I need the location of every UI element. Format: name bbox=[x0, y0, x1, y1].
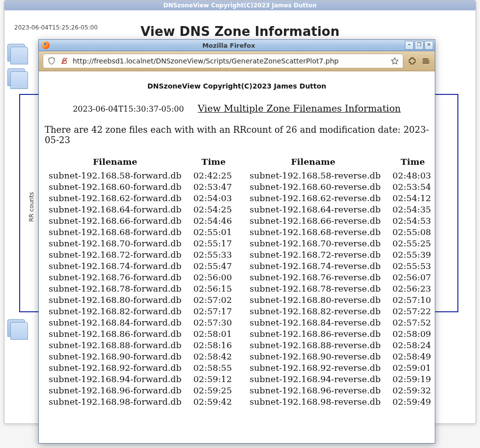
table-cell-time: 02:58:49 bbox=[386, 351, 435, 362]
table-cell-filename: subnet-192.168.86-reverse.db bbox=[241, 328, 386, 339]
table-cell-time: 02:54:03 bbox=[186, 192, 241, 204]
shield-icon[interactable] bbox=[47, 57, 56, 65]
table-row: subnet-192.168.58-forward.db02:42:25subn… bbox=[44, 170, 435, 181]
table-cell-time: 02:55:47 bbox=[186, 260, 241, 271]
table-cell-time: 02:56:00 bbox=[186, 271, 241, 283]
table-cell-filename: subnet-192.168.88-forward.db bbox=[44, 339, 186, 351]
table-cell-filename: subnet-192.168.76-reverse.db bbox=[241, 271, 386, 283]
table-cell-time: 02:58:16 bbox=[186, 339, 241, 351]
table-cell-filename: subnet-192.168.70-reverse.db bbox=[241, 238, 386, 249]
table-cell-time: 02:59:42 bbox=[186, 396, 241, 407]
table-cell-filename: subnet-192.168.92-reverse.db bbox=[241, 362, 386, 373]
url-bar[interactable]: http://freebsd1.localnet/DNSzoneView/Scr… bbox=[43, 54, 403, 68]
table-cell-filename: subnet-192.168.90-forward.db bbox=[44, 351, 186, 362]
table-cell-time: 02:59:01 bbox=[386, 362, 435, 373]
table-cell-filename: subnet-192.168.98-forward.db bbox=[44, 396, 186, 407]
table-cell-time: 02:58:42 bbox=[186, 351, 241, 362]
table-cell-filename: subnet-192.168.58-forward.db bbox=[44, 170, 186, 181]
table-row: subnet-192.168.70-forward.db02:55:17subn… bbox=[44, 238, 435, 249]
table-cell-filename: subnet-192.168.68-reverse.db bbox=[241, 226, 386, 238]
firefox-window-title: Mozilla Firefox bbox=[53, 42, 405, 49]
insecure-lock-icon[interactable] bbox=[60, 57, 69, 65]
table-cell-filename: subnet-192.168.80-forward.db bbox=[44, 294, 186, 305]
extensions-icon[interactable] bbox=[407, 56, 417, 66]
table-row: subnet-192.168.62-forward.db02:54:03subn… bbox=[44, 192, 435, 204]
table-cell-time: 02:48:03 bbox=[386, 170, 435, 181]
window-maximize-button[interactable]: ❐ bbox=[415, 41, 424, 50]
table-row: subnet-192.168.92-forward.db02:58:55subn… bbox=[44, 362, 435, 373]
table-cell-time: 02:57:17 bbox=[186, 305, 241, 317]
table-cell-filename: subnet-192.168.60-reverse.db bbox=[241, 181, 386, 192]
page-heading-link[interactable]: View Multiple Zone Filenames Information bbox=[198, 103, 400, 114]
table-header-filename: Filename bbox=[241, 156, 386, 170]
table-cell-time: 02:55:39 bbox=[386, 249, 435, 260]
table-cell-time: 02:55:01 bbox=[186, 226, 241, 238]
page-summary-text: There are 42 zone files each with with a… bbox=[45, 124, 429, 145]
table-header-time: Time bbox=[386, 156, 435, 170]
firefox-toolbar: http://freebsd1.localnet/DNSzoneView/Scr… bbox=[39, 51, 435, 71]
table-cell-time: 02:57:22 bbox=[386, 305, 435, 317]
table-cell-filename: subnet-192.168.84-forward.db bbox=[44, 317, 186, 328]
table-cell-time: 02:53:54 bbox=[386, 181, 435, 192]
zone-files-table: Filename Time Filename Time subnet-192.1… bbox=[44, 156, 435, 407]
table-cell-time: 02:54:53 bbox=[386, 215, 435, 226]
table-header-time: Time bbox=[186, 156, 241, 170]
table-cell-filename: subnet-192.168.58-reverse.db bbox=[241, 170, 386, 181]
table-cell-filename: subnet-192.168.86-forward.db bbox=[44, 328, 186, 339]
firefox-titlebar[interactable]: Mozilla Firefox – ❐ ✕ bbox=[39, 40, 435, 51]
table-row: subnet-192.168.60-forward.db02:53:47subn… bbox=[44, 181, 435, 192]
window-close-button[interactable]: ✕ bbox=[424, 41, 433, 50]
table-cell-time: 02:59:25 bbox=[186, 385, 241, 396]
table-cell-time: 02:59:49 bbox=[386, 396, 435, 407]
table-cell-time: 02:57:52 bbox=[386, 317, 435, 328]
table-cell-time: 02:54:12 bbox=[386, 192, 435, 204]
table-cell-filename: subnet-192.168.62-reverse.db bbox=[241, 192, 386, 204]
table-cell-filename: subnet-192.168.82-reverse.db bbox=[241, 305, 386, 317]
url-text[interactable]: http://freebsd1.localnet/DNSzoneView/Scr… bbox=[73, 57, 386, 65]
table-cell-filename: subnet-192.168.78-forward.db bbox=[44, 283, 186, 294]
table-row: subnet-192.168.84-forward.db02:57:30subn… bbox=[44, 317, 435, 328]
bookmark-star-icon[interactable] bbox=[390, 57, 399, 65]
table-row: subnet-192.168.94-forward.db02:59:12subn… bbox=[44, 373, 435, 385]
svg-point-3 bbox=[428, 58, 430, 60]
table-cell-time: 02:55:08 bbox=[386, 226, 435, 238]
page-copyright: DNSzoneView Copyright(C)2023 James Dutto… bbox=[44, 82, 430, 90]
table-cell-filename: subnet-192.168.68-forward.db bbox=[44, 226, 186, 238]
table-cell-filename: subnet-192.168.72-forward.db bbox=[44, 249, 186, 260]
table-cell-time: 02:54:35 bbox=[386, 204, 435, 215]
table-row: subnet-192.168.78-forward.db02:56:15subn… bbox=[44, 283, 435, 294]
table-cell-filename: subnet-192.168.64-forward.db bbox=[44, 204, 186, 215]
firefox-page-content[interactable]: DNSzoneView Copyright(C)2023 James Dutto… bbox=[39, 71, 435, 443]
table-cell-time: 02:53:47 bbox=[186, 181, 241, 192]
table-row: subnet-192.168.88-forward.db02:58:16subn… bbox=[44, 339, 435, 351]
table-row: subnet-192.168.76-forward.db02:56:00subn… bbox=[44, 271, 435, 283]
table-cell-filename: subnet-192.168.94-reverse.db bbox=[241, 373, 386, 385]
table-cell-time: 02:56:23 bbox=[386, 283, 435, 294]
table-cell-filename: subnet-192.168.98-reverse.db bbox=[241, 396, 386, 407]
table-cell-time: 02:54:25 bbox=[186, 204, 241, 215]
table-cell-time: 02:56:07 bbox=[386, 271, 435, 283]
table-cell-filename: subnet-192.168.72-reverse.db bbox=[241, 249, 386, 260]
table-cell-filename: subnet-192.168.82-forward.db bbox=[44, 305, 186, 317]
table-cell-filename: subnet-192.168.88-reverse.db bbox=[241, 339, 386, 351]
hamburger-menu-icon[interactable] bbox=[421, 56, 431, 66]
table-cell-time: 02:57:30 bbox=[186, 317, 241, 328]
table-cell-filename: subnet-192.168.78-reverse.db bbox=[241, 283, 386, 294]
table-row: subnet-192.168.74-forward.db02:55:47subn… bbox=[44, 260, 435, 271]
folder-icon bbox=[10, 322, 28, 340]
table-cell-filename: subnet-192.168.66-forward.db bbox=[44, 215, 186, 226]
table-cell-time: 02:56:15 bbox=[186, 283, 241, 294]
table-cell-filename: subnet-192.168.74-forward.db bbox=[44, 260, 186, 271]
table-row: subnet-192.168.98-forward.db02:59:42subn… bbox=[44, 396, 435, 407]
page-timestamp: 2023-06-04T15:30:37-05:00 bbox=[73, 104, 184, 114]
table-cell-filename: subnet-192.168.96-reverse.db bbox=[241, 385, 386, 396]
table-cell-filename: subnet-192.168.62-forward.db bbox=[44, 192, 186, 204]
table-cell-time: 02:58:55 bbox=[186, 362, 241, 373]
table-cell-time: 02:58:09 bbox=[386, 328, 435, 339]
table-cell-filename: subnet-192.168.84-reverse.db bbox=[241, 317, 386, 328]
window-minimize-button[interactable]: – bbox=[405, 41, 414, 50]
table-cell-filename: subnet-192.168.60-forward.db bbox=[44, 181, 186, 192]
table-cell-time: 02:54:46 bbox=[186, 215, 241, 226]
table-cell-time: 02:55:33 bbox=[186, 249, 241, 260]
table-cell-time: 02:57:02 bbox=[186, 294, 241, 305]
